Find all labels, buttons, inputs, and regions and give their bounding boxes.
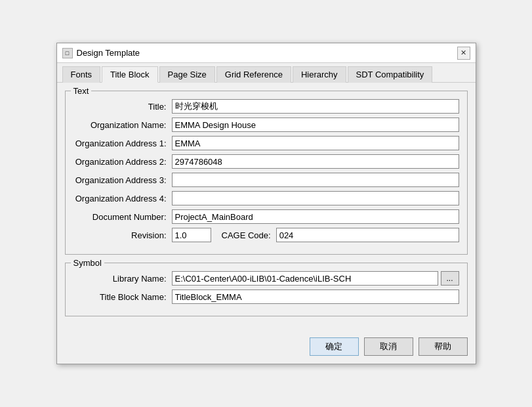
symbol-group: Symbol Library Name: ... Title Block Nam… — [65, 263, 468, 316]
org-addr2-label: Organization Address 2: — [73, 157, 172, 167]
symbol-group-label: Symbol — [71, 258, 104, 268]
footer: 确定 取消 帮助 — [57, 332, 476, 364]
cancel-button[interactable]: 取消 — [364, 337, 413, 356]
org-name-label: Organization Name: — [73, 120, 172, 130]
library-name-row: Library Name: ... — [73, 271, 459, 286]
org-addr1-row: Organization Address 1: — [73, 136, 459, 150]
tab-sdt-compatibility[interactable]: SDT Compatibility — [348, 66, 433, 83]
org-addr4-row: Organization Address 4: — [73, 191, 459, 205]
doc-number-label: Document Number: — [73, 212, 172, 222]
text-group: Text Title: Organization Name: Organizat… — [65, 91, 468, 255]
org-addr4-input[interactable] — [172, 191, 459, 205]
org-addr3-input[interactable] — [172, 173, 459, 187]
dialog-title: Design Template — [77, 48, 140, 58]
title-block-name-label: Title Block Name: — [73, 292, 172, 302]
help-button[interactable]: 帮助 — [419, 337, 468, 356]
org-addr4-label: Organization Address 4: — [73, 194, 172, 204]
cage-code-label: CAGE Code: — [222, 230, 271, 240]
org-addr3-row: Organization Address 3: — [73, 173, 459, 187]
revision-label: Revision: — [73, 230, 172, 240]
title-row: Title: — [73, 99, 459, 114]
org-name-input[interactable] — [172, 118, 459, 132]
tab-fonts[interactable]: Fonts — [62, 66, 101, 83]
title-bar: □ Design Template ✕ — [57, 43, 476, 63]
content-area: Text Title: Organization Name: Organizat… — [57, 83, 476, 332]
doc-number-input[interactable] — [172, 209, 459, 224]
org-addr3-label: Organization Address 3: — [73, 175, 172, 185]
confirm-button[interactable]: 确定 — [310, 337, 359, 356]
title-input[interactable] — [172, 99, 459, 114]
tab-hierarchy[interactable]: Hierarchy — [293, 66, 346, 83]
tab-title-block[interactable]: Title Block — [102, 66, 157, 83]
tab-grid-reference[interactable]: Grid Reference — [216, 66, 291, 83]
tab-page-size[interactable]: Page Size — [159, 66, 215, 83]
dialog: □ Design Template ✕ Fonts Title Block Pa… — [56, 43, 476, 364]
title-label: Title: — [73, 102, 172, 112]
org-addr2-row: Organization Address 2: — [73, 154, 459, 169]
org-addr1-input[interactable] — [172, 136, 459, 150]
library-name-label: Library Name: — [73, 274, 172, 284]
revision-input[interactable] — [172, 228, 211, 242]
title-bar-left: □ Design Template — [62, 48, 140, 58]
org-addr2-input[interactable] — [172, 154, 459, 169]
doc-number-row: Document Number: — [73, 209, 459, 224]
dialog-icon: □ — [62, 48, 73, 58]
browse-button[interactable]: ... — [441, 271, 459, 286]
tabs-bar: Fonts Title Block Page Size Grid Referen… — [57, 63, 476, 83]
close-button[interactable]: ✕ — [457, 47, 470, 60]
library-name-input[interactable] — [172, 271, 438, 286]
revision-row: Revision: CAGE Code: — [73, 228, 459, 242]
org-name-row: Organization Name: — [73, 118, 459, 132]
text-group-label: Text — [71, 86, 92, 96]
cage-code-input[interactable] — [276, 228, 459, 242]
title-block-name-row: Title Block Name: — [73, 289, 459, 304]
org-addr1-label: Organization Address 1: — [73, 139, 172, 148]
title-block-name-input[interactable] — [172, 289, 459, 304]
